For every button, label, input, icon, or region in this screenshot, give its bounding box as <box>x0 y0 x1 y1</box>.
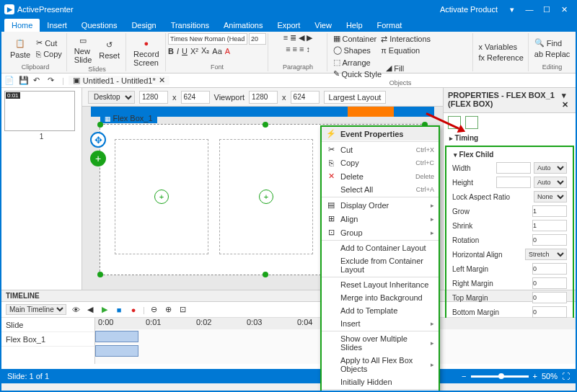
fill-button[interactable]: ◢Fill <box>384 63 405 74</box>
tab-format[interactable]: Format <box>370 19 410 32</box>
maximize-button[interactable]: ☐ <box>538 2 555 17</box>
tab-design[interactable]: Design <box>124 19 163 32</box>
left-margin-input[interactable] <box>532 263 567 275</box>
tab-animations[interactable]: Animations <box>216 19 270 32</box>
canvas-height-input[interactable] <box>181 91 210 104</box>
resize-handle-s[interactable] <box>263 272 268 277</box>
ctx-copy[interactable]: ⎘CopyCtrl+C <box>322 156 439 169</box>
ctx-insert[interactable]: Insert▸ <box>322 317 439 330</box>
viewport-height-input[interactable] <box>291 91 320 104</box>
quickstyle-button[interactable]: ✎Quick Style <box>332 68 384 79</box>
close-doc-icon[interactable]: ✕ <box>159 76 165 85</box>
ctx-apply-all[interactable]: Apply to All Flex Box Objects▸ <box>322 354 439 375</box>
resize-handle-nw[interactable] <box>97 122 103 128</box>
font-family-input[interactable] <box>168 33 247 45</box>
flex-cell-2[interactable]: + <box>219 139 313 254</box>
ctx-show-multi[interactable]: Show over Multiple Slides▸ <box>322 332 439 354</box>
device-select[interactable]: Desktop <box>88 91 135 104</box>
tl-zoomfit-icon[interactable]: ⊡ <box>178 305 188 315</box>
top-margin-input[interactable] <box>532 292 567 303</box>
close-button[interactable]: ✕ <box>555 2 573 17</box>
container-button[interactable]: ▦Container <box>332 33 379 44</box>
ctx-delete[interactable]: ✕DeleteDelete <box>322 169 439 183</box>
ctx-select-all[interactable]: Select AllCtrl+A <box>322 183 439 196</box>
align-center-button[interactable]: ≡ <box>293 45 297 53</box>
reset-button[interactable]: ↺Reset <box>96 37 123 61</box>
ctx-add-template[interactable]: Add to Template <box>322 304 439 317</box>
halign-select[interactable]: Stretch <box>525 249 567 260</box>
tab-help[interactable]: Help <box>339 19 370 32</box>
activate-product-link[interactable]: Activate Product <box>440 5 498 14</box>
slide-bar[interactable] <box>95 331 138 342</box>
rotation-input[interactable] <box>532 234 567 246</box>
ctx-event-properties[interactable]: ⚡Event Properties <box>322 127 439 141</box>
height-unit[interactable]: Auto <box>534 177 567 188</box>
right-margin-input[interactable] <box>532 277 567 289</box>
zoom-in-button[interactable]: + <box>533 372 537 380</box>
add-content-icon[interactable]: + <box>259 190 273 204</box>
copy-button[interactable]: ⎘Copy <box>35 49 63 59</box>
resize-handle-n[interactable] <box>263 122 268 128</box>
timeline-select[interactable]: Main Timeline <box>6 304 66 315</box>
ctx-cut[interactable]: ✂CutCtrl+X <box>322 143 439 156</box>
ctx-merge-bg[interactable]: Merge into Background <box>322 291 439 304</box>
lock-aspect-select[interactable]: None <box>534 191 567 202</box>
slide-thumbnail[interactable]: 0:01 <box>4 91 75 131</box>
undo-icon[interactable]: ↶ <box>33 76 43 86</box>
record-screen-button[interactable]: ●Record Screen <box>131 36 162 68</box>
ctx-initially-hidden[interactable]: Initially Hidden <box>322 375 439 388</box>
number-list-button[interactable]: ≣ <box>290 33 296 43</box>
tab-insert[interactable]: Insert <box>40 19 74 32</box>
replace-button[interactable]: abReplac <box>533 49 572 59</box>
zoom-fit-button[interactable]: ⛶ <box>562 372 570 380</box>
tl-prev-icon[interactable]: ◀ <box>85 305 95 315</box>
flexbox-bar[interactable] <box>95 345 138 357</box>
new-slide-button[interactable]: ▭New Slide <box>71 33 94 66</box>
document-tab[interactable]: ▣ Untitled1 - Untitled1* ✕ <box>69 76 169 85</box>
indent-inc-button[interactable]: ▶ <box>307 33 312 43</box>
largest-layout-button[interactable]: Largest Layout <box>324 91 387 104</box>
tl-zoomin-icon[interactable]: ⊕ <box>164 305 174 315</box>
add-handle-icon[interactable]: + <box>90 151 106 166</box>
equation-button[interactable]: πEquation <box>379 45 432 55</box>
line-spacing-button[interactable]: ↕ <box>306 45 310 53</box>
tl-stop-icon[interactable]: ■ <box>114 305 124 315</box>
width-input[interactable] <box>496 162 531 174</box>
save-icon[interactable]: 💾 <box>19 76 29 86</box>
align-right-button[interactable]: ≡ <box>299 45 304 53</box>
reference-button[interactable]: fxReference <box>477 53 525 63</box>
arrange-button[interactable]: ⬚Arrange <box>332 57 384 68</box>
new-doc-icon[interactable]: 📄 <box>4 76 14 86</box>
underline-button[interactable]: U <box>182 47 188 55</box>
move-handle-icon[interactable]: ✥ <box>90 132 106 148</box>
viewport-width-input[interactable] <box>249 91 278 104</box>
tl-eye-icon[interactable]: 👁 <box>71 305 81 315</box>
ctx-group[interactable]: ⊡Group▸ <box>322 226 439 239</box>
highlight-button[interactable]: Aa <box>212 47 221 55</box>
align-left-button[interactable]: ≡ <box>286 45 290 53</box>
ctx-exclude-container[interactable]: Exclude from Container Layout <box>322 254 439 276</box>
ctx-align[interactable]: ⊞Align▸ <box>322 212 439 226</box>
resize-handle-sw[interactable] <box>97 272 103 277</box>
canvas-width-input[interactable] <box>139 91 168 104</box>
shapes-button[interactable]: ◯Shapes <box>332 45 379 55</box>
superscript-button[interactable]: X² <box>190 47 198 55</box>
italic-button[interactable]: I <box>177 47 179 55</box>
height-input[interactable] <box>496 177 531 188</box>
font-size-input[interactable] <box>249 33 266 45</box>
font-color-button[interactable]: A <box>225 47 230 55</box>
tl-record-icon[interactable]: ● <box>128 305 138 315</box>
bold-button[interactable]: B <box>168 47 174 55</box>
zoom-slider[interactable] <box>471 375 529 378</box>
zoom-out-button[interactable]: − <box>462 372 466 380</box>
tl-play-icon[interactable]: ▶ <box>100 305 110 315</box>
tl-zoomout-icon[interactable]: ⊖ <box>149 305 159 315</box>
variables-button[interactable]: xVariables <box>477 42 525 52</box>
indent-dec-button[interactable]: ◀ <box>299 33 304 43</box>
interactions-button[interactable]: ⇄Interactions <box>379 34 432 45</box>
bullet-list-button[interactable]: ≡ <box>283 33 288 43</box>
tab-transitions[interactable]: Transitions <box>164 19 216 32</box>
tab-home[interactable]: Home <box>4 19 40 32</box>
subscript-button[interactable]: X₂ <box>201 46 209 55</box>
tab-questions[interactable]: Questions <box>74 19 125 32</box>
